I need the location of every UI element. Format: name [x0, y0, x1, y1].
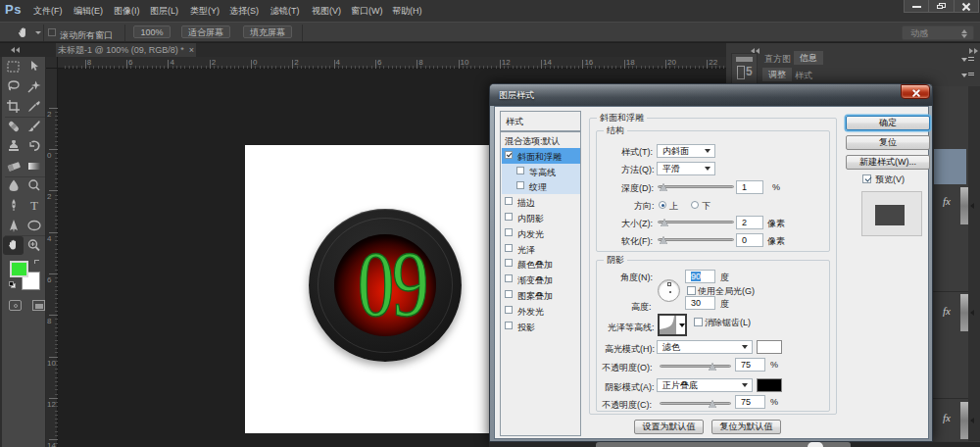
svg-text:T: T — [30, 198, 38, 213]
